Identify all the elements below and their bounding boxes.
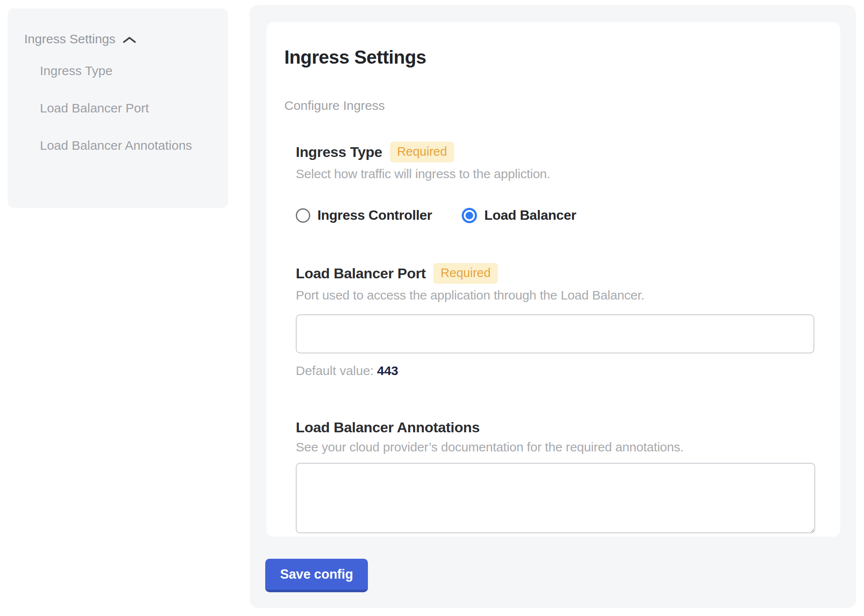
sidebar-group-ingress-settings[interactable]: Ingress Settings: [24, 31, 137, 48]
ingress-type-description: Select how traffic will ingress to the a…: [296, 167, 576, 181]
load-balancer-annotations-textarea[interactable]: [296, 463, 815, 533]
sidebar-item-ingress-type[interactable]: Ingress Type: [40, 59, 193, 83]
load-balancer-annotations-description: See your cloud provider’s documentation …: [296, 440, 815, 454]
section-ingress-type: Ingress Type Required Select how traffic…: [296, 142, 576, 223]
radio-option-ingress-controller[interactable]: Ingress Controller: [296, 207, 432, 223]
ingress-type-label: Ingress Type: [296, 144, 382, 160]
required-badge: Required: [433, 263, 498, 284]
chevron-up-icon: [122, 35, 137, 45]
sidebar-item-list: Ingress Type Load Balancer Port Load Bal…: [24, 59, 215, 157]
section-load-balancer-annotations: Load Balancer Annotations See your cloud…: [296, 419, 815, 533]
default-value-number: 443: [377, 364, 398, 378]
sidebar-item-load-balancer-annotations[interactable]: Load Balancer Annotations: [40, 133, 193, 157]
load-balancer-port-description: Port used to access the application thro…: [296, 288, 814, 302]
save-config-button[interactable]: Save config: [265, 559, 368, 592]
ingress-type-radio-group: Ingress Controller Load Balancer: [296, 207, 576, 223]
radio-label-load-balancer: Load Balancer: [484, 207, 576, 223]
radio-option-load-balancer[interactable]: Load Balancer: [462, 207, 576, 223]
sidebar-group-label: Ingress Settings: [24, 31, 115, 48]
radio-selected-icon[interactable]: [462, 208, 477, 223]
required-badge: Required: [390, 142, 454, 162]
default-value-row: Default value:443: [296, 364, 814, 378]
default-value-label: Default value:: [296, 364, 373, 378]
page-subtitle: Configure Ingress: [284, 98, 385, 113]
page-title: Ingress Settings: [284, 47, 426, 68]
ingress-settings-card: Ingress Settings Configure Ingress Ingre…: [266, 22, 840, 537]
load-balancer-port-input[interactable]: [296, 314, 814, 353]
sidebar-item-load-balancer-port[interactable]: Load Balancer Port: [40, 96, 193, 120]
section-load-balancer-port: Load Balancer Port Required Port used to…: [296, 263, 814, 378]
config-nav-sidebar: Ingress Settings Ingress Type Load Balan…: [8, 8, 228, 208]
load-balancer-annotations-label: Load Balancer Annotations: [296, 419, 480, 436]
load-balancer-port-label: Load Balancer Port: [296, 265, 426, 282]
radio-unselected-icon[interactable]: [296, 208, 310, 223]
radio-label-ingress-controller: Ingress Controller: [317, 207, 432, 223]
